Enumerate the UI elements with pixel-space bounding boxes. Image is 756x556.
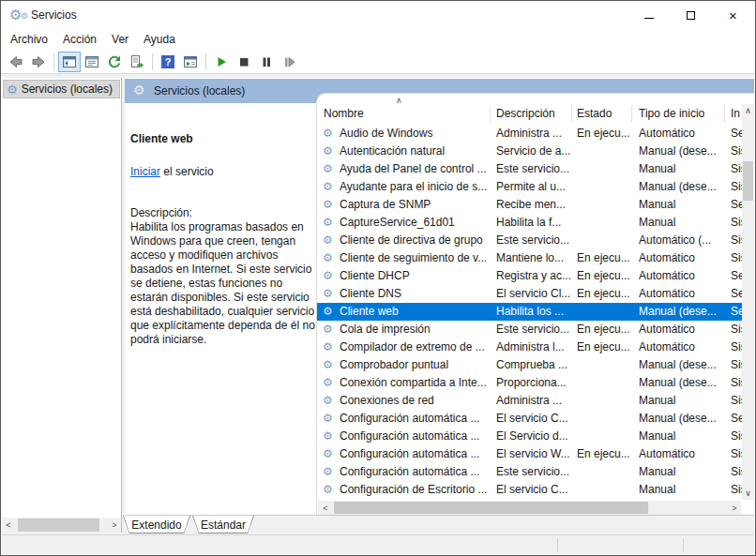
service-gear-icon: ⚙ — [323, 251, 333, 264]
cell-tipo-de-inicio: Manual — [639, 483, 727, 496]
service-gear-icon: ⚙ — [323, 127, 333, 140]
service-row[interactable]: ⚙ CaptureService_61d01 Habilita la f... … — [317, 214, 742, 232]
cell-nombre: Ayudante para el inicio de s... — [340, 180, 488, 193]
minimize-button[interactable] — [627, 1, 670, 29]
service-gear-icon: ⚙ — [323, 269, 333, 282]
scrollbar-thumb[interactable] — [18, 518, 99, 532]
properties-button[interactable] — [81, 52, 103, 72]
service-gear-icon: ⚙ — [323, 483, 333, 496]
help-button[interactable]: ? — [157, 52, 179, 72]
tab-estandar[interactable]: Estándar — [192, 516, 254, 533]
service-row[interactable]: ⚙ Configuración automática ... El servic… — [317, 410, 742, 428]
scrollbar-thumb[interactable] — [743, 161, 753, 201]
pause-service-button[interactable] — [255, 52, 278, 72]
list-horizontal-scrollbar[interactable]: < > — [318, 501, 741, 515]
service-row[interactable]: ⚙ Configuración automática ... El Servic… — [317, 428, 742, 445]
cell-estado: En ejecu... — [577, 269, 631, 282]
service-row[interactable]: ⚙ Ayudante para el inicio de s... Permit… — [317, 178, 742, 196]
service-row[interactable]: ⚙ Cliente de seguimiento de v... Mantien… — [317, 249, 742, 267]
service-row[interactable]: ⚙ Autenticación natural Servicio de a...… — [317, 143, 742, 160]
cell-tipo-de-inicio: Automático — [639, 287, 727, 300]
column-separator[interactable] — [571, 106, 572, 123]
export-list-button[interactable] — [126, 52, 148, 72]
cell-descripcion: Este servicio... — [496, 465, 571, 478]
cell-nombre: Compilador de extremo de ... — [340, 340, 488, 353]
stop-service-button[interactable] — [233, 52, 255, 72]
menu-bar: Archivo Acción Ver Ayuda — [1, 29, 755, 50]
service-gear-icon: ⚙ — [323, 216, 333, 229]
scroll-right-icon[interactable]: > — [108, 518, 121, 533]
menu-ayuda[interactable]: Ayuda — [136, 30, 183, 49]
refresh-button[interactable] — [103, 52, 126, 72]
cell-descripcion: Permite al u... — [496, 180, 571, 193]
status-separator — [557, 538, 558, 552]
forward-arrow-icon — [31, 54, 46, 69]
cell-descripcion: Habilita los ... — [496, 305, 571, 318]
service-row[interactable]: ⚙ Cliente web Habilita los ... Manual (d… — [317, 303, 742, 321]
service-row[interactable]: ⚙ Compilador de extremo de ... Administr… — [317, 338, 742, 356]
service-row[interactable]: ⚙ Cliente DNS El servicio Cl... En ejecu… — [317, 285, 742, 303]
column-separator[interactable] — [724, 106, 725, 123]
list-vertical-scrollbar[interactable]: ∧ ∨ — [742, 104, 754, 500]
scroll-left-icon[interactable]: < — [319, 501, 332, 515]
cell-tipo-de-inicio: Manual — [639, 198, 727, 211]
stop-icon — [236, 54, 251, 69]
column-header-nombre[interactable]: Nombre — [324, 107, 483, 120]
title-bar: ⚙⚙ Servicios × — [1, 1, 755, 29]
scroll-up-icon[interactable]: ∧ — [742, 104, 754, 117]
maximize-button[interactable] — [670, 1, 712, 29]
column-header-descripcion[interactable]: Descripción — [496, 107, 569, 120]
back-button[interactable] — [5, 52, 27, 72]
show-console-tree-button[interactable] — [58, 52, 81, 72]
service-row[interactable]: ⚙ Configuración de Escritorio ... El ser… — [317, 481, 742, 499]
service-row[interactable]: ⚙ Cliente de directiva de grupo Este ser… — [317, 232, 742, 249]
menu-accion[interactable]: Acción — [55, 30, 104, 49]
start-service-button[interactable] — [210, 52, 233, 72]
service-row[interactable]: ⚙ Configuración automática ... El servic… — [317, 445, 742, 463]
cell-tipo-de-inicio: Manual — [639, 465, 727, 478]
service-row[interactable]: ⚙ Cola de impresión Este servicio... En … — [317, 321, 742, 338]
cell-estado: En ejecu... — [577, 447, 631, 460]
tree-horizontal-scrollbar[interactable]: < > — [2, 518, 121, 533]
service-row[interactable]: ⚙ Captura de SNMP Recibe men... Manual S… — [317, 196, 742, 214]
cell-nombre: Cliente web — [340, 305, 488, 318]
tab-extendido[interactable]: Extendido — [123, 516, 190, 533]
help-icon: ? — [160, 54, 175, 69]
cell-nombre: Cliente DHCP — [340, 269, 488, 282]
column-header-estado[interactable]: Estado — [577, 107, 629, 120]
column-separator[interactable] — [490, 106, 491, 123]
service-row[interactable]: ⚙ Configuración automática ... Este serv… — [317, 463, 742, 481]
menu-archivo[interactable]: Archivo — [3, 30, 55, 49]
column-header-tipo-de-inicio[interactable]: Tipo de inicio — [639, 107, 722, 120]
service-row[interactable]: ⚙ Conexión compartida a Inte... Proporci… — [317, 374, 742, 392]
scroll-left-icon[interactable]: < — [2, 518, 15, 533]
window-title: Servicios — [31, 8, 77, 22]
cell-tipo-de-inicio: Manual (dese... — [639, 376, 727, 389]
cell-tipo-de-inicio: Automático — [639, 323, 727, 336]
column-separator[interactable] — [631, 106, 632, 123]
sort-ascending-icon: ∧ — [396, 96, 402, 105]
scrollbar-thumb[interactable] — [334, 502, 648, 514]
menu-ver[interactable]: Ver — [104, 30, 136, 49]
service-row[interactable]: ⚙ Ayuda del Panel de control ... Este se… — [317, 160, 742, 178]
cell-nombre: Comprobador puntual — [340, 358, 488, 371]
services-gear-icon: ⚙ — [7, 83, 18, 97]
close-button[interactable]: × — [712, 1, 754, 29]
show-extended-view-button[interactable] — [179, 52, 202, 72]
tree-item-servicios-locales[interactable]: ⚙ Servicios (locales) — [3, 80, 120, 98]
maximize-icon — [687, 11, 695, 20]
cell-descripcion: El servicio C... — [496, 483, 571, 496]
start-service-link[interactable]: Iniciar — [130, 165, 160, 178]
service-row[interactable]: ⚙ Cliente DHCP Registra y ac... En ejecu… — [317, 267, 742, 285]
cell-descripcion: Este servicio... — [496, 233, 571, 247]
scroll-right-icon[interactable]: > — [728, 501, 741, 515]
service-row[interactable]: ⚙ Comprobador puntual Comprueba ... Manu… — [317, 356, 742, 374]
restart-service-button[interactable] — [278, 52, 300, 72]
forward-button[interactable] — [27, 52, 50, 72]
service-row[interactable]: ⚙ Audio de Windows Administra ... En eje… — [317, 125, 742, 143]
cell-tipo-de-inicio: Automático — [639, 447, 727, 460]
service-row[interactable]: ⚙ Conexiones de red Administra ... Manua… — [317, 392, 742, 410]
cell-descripcion: Servicio de a... — [496, 144, 571, 158]
cell-tipo-de-inicio: Automático — [639, 127, 727, 140]
scroll-down-icon[interactable]: ∨ — [742, 487, 754, 500]
